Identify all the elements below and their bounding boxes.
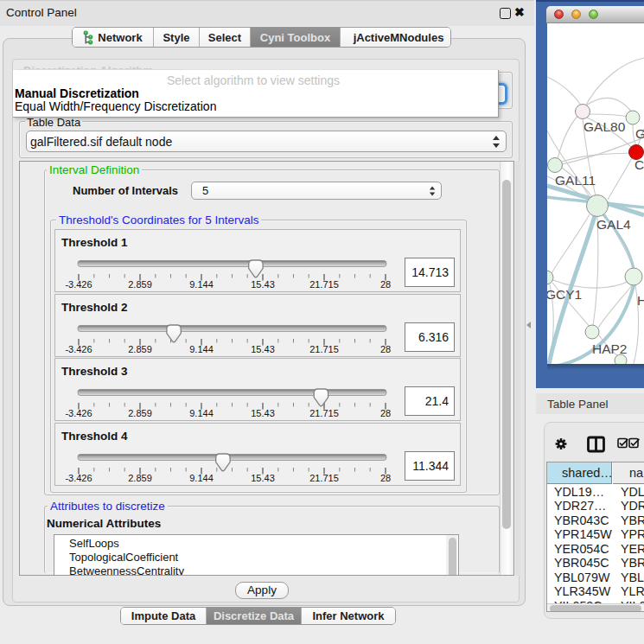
svg-text:HAP2: HAP2 — [592, 341, 628, 356]
svg-text:GAL4: GAL4 — [596, 217, 631, 232]
svg-text:H: H — [637, 293, 644, 308]
svg-text:-3.426: -3.426 — [65, 279, 92, 290]
svg-text:9.144: 9.144 — [189, 344, 214, 354]
svg-text:Threshold 4: Threshold 4 — [61, 430, 128, 443]
svg-text:15.43: 15.43 — [251, 279, 275, 290]
svg-text:9.144: 9.144 — [189, 473, 214, 483]
svg-text:Threshold 1: Threshold 1 — [61, 236, 128, 249]
svg-text:-3.426: -3.426 — [65, 473, 92, 483]
svg-text:GAL11: GAL11 — [555, 173, 596, 188]
svg-text:Threshold 3: Threshold 3 — [61, 365, 128, 378]
svg-text:GCY1: GCY1 — [547, 287, 582, 302]
svg-text:15.43: 15.43 — [251, 344, 275, 354]
svg-text:21.715: 21.715 — [309, 279, 339, 290]
svg-text:28: 28 — [380, 408, 391, 418]
svg-text:-3.426: -3.426 — [65, 408, 92, 418]
svg-text:15.43: 15.43 — [251, 473, 275, 483]
svg-text:21.715: 21.715 — [309, 344, 339, 354]
svg-text:C: C — [634, 157, 644, 172]
svg-text:21.715: 21.715 — [309, 473, 339, 483]
svg-text:15.43: 15.43 — [251, 408, 275, 418]
svg-text:28: 28 — [380, 473, 391, 483]
svg-text:9.144: 9.144 — [189, 279, 214, 290]
svg-text:2.859: 2.859 — [128, 473, 152, 483]
svg-text:GA: GA — [635, 126, 644, 141]
svg-text:-3.426: -3.426 — [65, 344, 92, 354]
svg-text:2.859: 2.859 — [128, 344, 152, 354]
svg-text:GAL80: GAL80 — [583, 119, 626, 134]
svg-text:2.859: 2.859 — [128, 279, 152, 290]
svg-text:Threshold 2: Threshold 2 — [61, 301, 128, 314]
svg-text:28: 28 — [380, 344, 391, 354]
svg-text:28: 28 — [380, 279, 391, 290]
svg-text:9.144: 9.144 — [189, 408, 214, 418]
svg-text:2.859: 2.859 — [128, 408, 152, 418]
svg-text:21.715: 21.715 — [309, 408, 339, 418]
